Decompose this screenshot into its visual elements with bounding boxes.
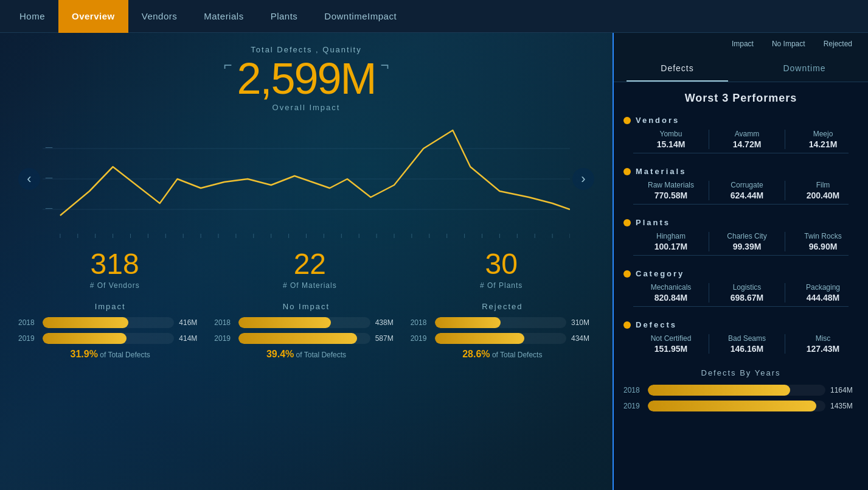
bar-track-2-1: [435, 333, 566, 344]
line-chart-wrapper: ‹ — — —: [43, 118, 570, 240]
bar-track-0-1: [43, 333, 174, 344]
performer-name-1-0: Raw Materials: [636, 181, 706, 189]
performer-value-4-1: 146.16M: [712, 344, 782, 354]
dby-year-1: 2019: [623, 402, 643, 410]
performer-section-0: VendorsYombu15.14MAvamm14.72MMeejo14.21M: [614, 111, 868, 162]
impact-group-1: No Impact2018438M2019587M39.4% of Total …: [214, 302, 398, 360]
filter-tabs: Impact No Impact Rejected: [614, 33, 868, 55]
svg-text:—: —: [46, 143, 53, 151]
dby-row-1: 20191435M: [614, 398, 868, 414]
bar-fill-2-1: [435, 333, 524, 344]
bar-fill-1-1: [238, 333, 357, 344]
bracket-left-icon: ⌐: [223, 58, 232, 72]
bar-year-0-1: 2019: [18, 334, 38, 343]
bar-year-1-1: 2019: [214, 334, 234, 343]
dby-row-0: 20181164M: [614, 382, 868, 398]
impact-footer-1: 39.4% of Total Defects: [214, 349, 398, 360]
dby-value-0: 1164M: [830, 386, 858, 394]
performer-value-0-1: 14.72M: [712, 139, 782, 149]
performer-items-2: Hingham100.17MCharles City99.39MTwin Roc…: [623, 232, 858, 251]
nav-plants[interactable]: Plants: [257, 0, 311, 33]
bar-row-0-1: 2019414M: [18, 333, 202, 344]
filter-no-impact[interactable]: No Impact: [766, 38, 811, 50]
bar-year-2-1: 2019: [411, 334, 430, 343]
stat-materials-value: 22: [283, 250, 337, 279]
impact-pct-0: 31.9%: [71, 349, 98, 359]
chart-next-button[interactable]: ›: [572, 168, 594, 190]
performer-value-2-0: 100.17M: [636, 242, 706, 251]
performer-divider-2-1: [709, 232, 709, 251]
performer-item-2-2: Twin Rocks96.90M: [788, 232, 858, 251]
stat-plants-label: # Of Plants: [480, 281, 523, 290]
bar-fill-0-0: [43, 317, 128, 328]
dby-track-1: [648, 401, 825, 411]
dby-fill-1: [648, 401, 816, 411]
dby-value-1: 1435M: [830, 402, 858, 410]
bracket-right-icon: ¬: [381, 58, 389, 72]
performer-value-3-1: 698.67M: [712, 293, 782, 303]
performer-divider-1-2: [785, 181, 785, 200]
performer-value-4-0: 151.95M: [636, 344, 706, 354]
filter-impact[interactable]: Impact: [726, 38, 760, 50]
tab-defects[interactable]: Defects: [614, 55, 741, 82]
performer-sep-3: [633, 306, 849, 307]
performer-name-2-1: Charles City: [712, 232, 782, 240]
bar-value-1-1: 587M: [375, 334, 398, 343]
nav-vendors[interactable]: Vendors: [128, 0, 191, 33]
performer-dot-2: [623, 219, 631, 226]
performer-name-2-2: Twin Rocks: [788, 232, 858, 240]
bar-year-2-0: 2018: [411, 318, 430, 327]
bar-value-2-0: 310M: [571, 318, 594, 327]
nav-overview[interactable]: Overview: [58, 0, 128, 33]
bar-value-1-0: 438M: [375, 318, 398, 327]
tab-downtime[interactable]: Downtime: [741, 55, 868, 82]
performer-value-4-2: 127.43M: [788, 344, 858, 354]
performer-sep-2: [633, 255, 849, 256]
impact-title-2: Rejected: [411, 302, 594, 311]
line-chart-svg: — — —: [43, 118, 570, 240]
bar-row-1-1: 2019587M: [214, 333, 398, 344]
bar-row-1-0: 2018438M: [214, 317, 398, 328]
performer-item-1-1: Corrugate624.44M: [712, 181, 782, 200]
performer-value-3-2: 444.48M: [788, 293, 858, 303]
dby-track-0: [648, 385, 825, 396]
performer-header-2: Plants: [623, 218, 858, 227]
performer-divider-2-2: [785, 232, 785, 251]
performer-dot-4: [623, 321, 631, 329]
performer-item-1-2: Film200.40M: [788, 181, 858, 200]
performer-name-2-0: Hingham: [636, 232, 706, 240]
performer-name-1-2: Film: [788, 181, 858, 189]
performer-value-0-0: 15.14M: [636, 139, 706, 149]
bar-value-0-1: 414M: [179, 334, 202, 343]
nav-materials[interactable]: Materials: [190, 0, 257, 33]
impact-pct-label-0: of Total Defects: [98, 351, 150, 359]
bar-track-1-0: [238, 317, 370, 328]
performer-name-1-1: Corrugate: [712, 181, 782, 189]
performer-item-4-1: Bad Seams146.16M: [712, 334, 782, 354]
bar-row-2-0: 2018310M: [411, 317, 594, 328]
performer-item-0-1: Avamm14.72M: [712, 130, 782, 149]
stat-vendors-label: # Of Vendors: [90, 281, 140, 290]
performer-section-2: PlantsHingham100.17MCharles City99.39MTw…: [614, 213, 868, 264]
nav-downtime-impact[interactable]: DowntimeImpact: [311, 0, 410, 33]
impact-pct-2: 28.6%: [462, 349, 490, 359]
stat-plants-value: 30: [480, 250, 523, 279]
performer-name-3-2: Packaging: [788, 283, 858, 292]
nav-bar: Home Overview Vendors Materials Plants D…: [0, 0, 868, 33]
impact-footer-0: 31.9% of Total Defects: [18, 349, 202, 360]
performer-name-3-0: Mechanicals: [636, 283, 706, 292]
impact-pct-label-2: of Total Defects: [490, 351, 543, 359]
performer-name-0-2: Meejo: [788, 130, 858, 138]
performer-section-1: MaterialsRaw Materials770.58MCorrugate62…: [614, 162, 868, 213]
performer-name-4-1: Bad Seams: [712, 334, 782, 343]
chart-prev-button[interactable]: ‹: [18, 168, 40, 190]
performer-item-3-0: Mechanicals820.84M: [636, 283, 706, 303]
bottom-section: Impact2018416M2019414M31.9% of Total Def…: [18, 302, 594, 360]
nav-home[interactable]: Home: [6, 0, 58, 33]
right-tab-bar: Defects Downtime: [614, 55, 868, 82]
performer-header-3: Category: [623, 269, 858, 278]
filter-rejected[interactable]: Rejected: [818, 38, 858, 50]
performer-dot-0: [623, 117, 631, 124]
performer-sep-0: [633, 153, 849, 153]
worst-performers-title: Worst 3 Performers: [614, 82, 868, 111]
